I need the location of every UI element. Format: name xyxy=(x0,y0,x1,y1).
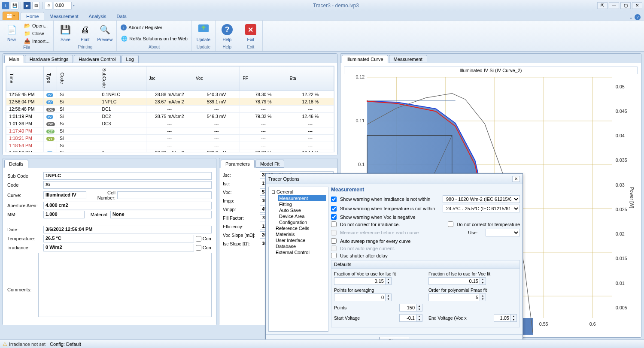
table-row[interactable]: 1:19:59 PMIVSi1 sun28.73 mA/cm2538.9 mV7… xyxy=(6,149,334,152)
tab-main[interactable]: Main xyxy=(4,55,24,63)
end-voltage-field[interactable] xyxy=(494,314,511,322)
import-button[interactable]: 📥Import... xyxy=(22,37,51,45)
frac-isc-field[interactable] xyxy=(428,277,480,285)
rera-web-button[interactable]: 🌐ReRa Solutions on the Web xyxy=(119,35,189,42)
ribbon-tab-home[interactable]: Home xyxy=(21,12,44,20)
points-field[interactable] xyxy=(399,304,416,312)
ribbon-minimize-icon[interactable]: ⇱ xyxy=(597,2,608,9)
details-comments[interactable] xyxy=(38,253,212,317)
grid-col-eta[interactable]: Eta xyxy=(287,67,334,91)
tab-details[interactable]: Details xyxy=(4,160,28,168)
corr-temp-checkbox[interactable] xyxy=(448,221,453,227)
table-row[interactable]: 1:01:19 PMIVSiDC228.75 mA/cm2546.3 mV79.… xyxy=(6,112,334,120)
qat-save-icon[interactable]: 💾 xyxy=(11,2,18,9)
qat-sheet-icon[interactable]: ▤ xyxy=(32,2,40,9)
exit-button[interactable]: ✕Exit xyxy=(242,22,260,43)
grid-col-jsc[interactable]: Jsc xyxy=(146,67,193,91)
warn-temp-checkbox[interactable] xyxy=(331,206,337,212)
tab-illuminated-curve[interactable]: Illuminated Curve xyxy=(342,55,388,63)
pts-avg-field[interactable] xyxy=(334,294,386,301)
tab-hw-control[interactable]: Hardware Control xyxy=(74,55,120,63)
table-row[interactable]: 1:18:54 PMSi------------ xyxy=(6,142,334,149)
tab-parameters[interactable]: Parameters xyxy=(221,160,255,168)
tab-hw-settings[interactable]: Hardware Settings xyxy=(25,55,73,63)
qat-app-icon[interactable]: t xyxy=(2,2,9,9)
grid-col-type[interactable]: Type xyxy=(44,67,57,91)
autosweep-checkbox[interactable] xyxy=(331,238,337,244)
start-voltage-stepper[interactable]: ▲▼ xyxy=(416,314,422,322)
preview-button[interactable]: 🔍Preview xyxy=(96,22,114,43)
dialog-close-button[interactable]: ✕ xyxy=(512,176,520,182)
close-window-button[interactable]: ✕ xyxy=(632,2,642,9)
irr-range-select[interactable]: 980 - 1020 Wm-2 (IEC 61215/61646 cls A) xyxy=(443,195,520,203)
details-temperature[interactable]: 26.5 °C xyxy=(43,235,194,242)
table-row[interactable]: 1:01:36 PMDCSiDC3------------ xyxy=(6,120,334,127)
frac-voc-field[interactable] xyxy=(334,277,386,285)
tree-general[interactable]: ⊟ General xyxy=(270,189,326,195)
details-aperture-area[interactable]: 4.000 cm2 xyxy=(43,202,212,209)
points-stepper[interactable]: ▲▼ xyxy=(416,304,422,312)
open-button[interactable]: 📂Open... xyxy=(22,22,51,30)
grid-col-ff[interactable]: FF xyxy=(240,67,287,91)
warn-irr-checkbox[interactable] xyxy=(331,197,337,202)
shutter-checkbox[interactable] xyxy=(331,253,337,258)
details-material[interactable]: None xyxy=(110,211,212,218)
frac-voc-stepper[interactable]: ▲▼ xyxy=(386,277,392,285)
end-voltage-stepper[interactable]: ▲▼ xyxy=(511,314,517,322)
ribbon-expand-icon[interactable]: ⌄ xyxy=(629,15,633,20)
new-button[interactable]: 📄 New xyxy=(3,22,21,43)
irr-corr-checkbox[interactable]: Corr xyxy=(196,245,212,251)
qat-number-field[interactable] xyxy=(54,2,72,9)
tab-model-fit[interactable]: Model Fit xyxy=(255,160,284,168)
table-row[interactable]: 1:17:40 PMCTSi------------ xyxy=(6,127,334,134)
details-curve[interactable]: Illuminated IV xyxy=(43,191,86,199)
poly-order-field[interactable] xyxy=(428,294,480,301)
tree-fitting[interactable]: Fitting xyxy=(278,201,326,207)
tree-materials[interactable]: Materials xyxy=(275,231,326,237)
tree-user-interface[interactable]: User Interface xyxy=(275,237,326,243)
tree-device-area[interactable]: Device Area xyxy=(278,213,326,219)
grid-col-time[interactable]: Time xyxy=(6,67,44,91)
poly-order-stepper[interactable]: ▲▼ xyxy=(480,294,486,301)
ribbon-tab-analysis[interactable]: Analysis xyxy=(84,12,112,20)
ribbon-file-menu[interactable]: ▾ xyxy=(3,12,19,20)
table-row[interactable]: 1:18:21 PMVTSi------------ xyxy=(6,134,334,142)
grid-col-subcode[interactable]: SubCode xyxy=(99,67,146,91)
table-row[interactable]: 12:58:48 PMDCSiDC1------------ xyxy=(6,105,334,112)
corr-irr-checkbox[interactable] xyxy=(331,221,337,227)
start-voltage-field[interactable] xyxy=(399,314,416,322)
minimize-button[interactable]: ― xyxy=(609,2,619,9)
ribbon-help-icon[interactable]: ? xyxy=(635,14,641,20)
details-code[interactable]: Si xyxy=(43,181,212,189)
ribbon-tab-data[interactable]: Data xyxy=(112,12,132,20)
tree-external-control[interactable]: External Control xyxy=(275,249,326,255)
close-file-button[interactable]: 📁Close xyxy=(22,30,51,37)
use-select[interactable] xyxy=(486,229,520,236)
details-cell-number[interactable] xyxy=(117,191,212,199)
warn-voc-checkbox[interactable] xyxy=(331,214,337,220)
qat-play-icon[interactable]: ▶ xyxy=(23,2,31,9)
help-button[interactable]: ?Help xyxy=(218,22,236,43)
temp-range-select[interactable]: 24.5°C - 25.5°C (IEC 61215/61646) cls A+… xyxy=(443,205,520,212)
details-irradiance[interactable]: 0 W/m2 xyxy=(43,244,194,251)
maximize-button[interactable]: ▢ xyxy=(620,2,631,9)
details-subcode[interactable]: 1NPLC xyxy=(43,172,212,180)
tree-reference-cells[interactable]: Reference Cells xyxy=(275,225,326,231)
print-button[interactable]: 🖨Print xyxy=(76,22,94,43)
measurement-grid[interactable]: TimeTypeCodeSubCodeJscVocFFEta 12:55:45 … xyxy=(6,66,334,152)
ribbon-tab-measurement[interactable]: Measurement xyxy=(44,12,83,20)
options-tree[interactable]: ⊟ General MeasurementFittingAuto SaveDev… xyxy=(268,187,328,332)
table-row[interactable]: 12:56:04 PMIVSi1NPLC28.67 mA/cm2539.1 mV… xyxy=(6,98,334,105)
update-button[interactable]: Update xyxy=(194,22,213,43)
tree-measurement[interactable]: Measurement xyxy=(278,195,326,201)
save-button[interactable]: 💾Save xyxy=(56,22,74,43)
tree-configuration[interactable]: Configuration xyxy=(278,219,326,225)
grid-col-voc[interactable]: Voc xyxy=(193,67,240,91)
tree-database[interactable]: Database xyxy=(275,243,326,249)
tab-measurement-chart[interactable]: Measurement xyxy=(389,55,427,63)
details-date[interactable]: 3/6/2012 12:56:04 PM xyxy=(43,226,212,233)
tree-auto-save[interactable]: Auto Save xyxy=(278,207,326,213)
about-register-button[interactable]: iAbout / Register xyxy=(119,24,189,31)
qat-device-icon[interactable]: ⎙ xyxy=(45,2,52,9)
grid-col-code[interactable]: Code xyxy=(57,67,99,91)
